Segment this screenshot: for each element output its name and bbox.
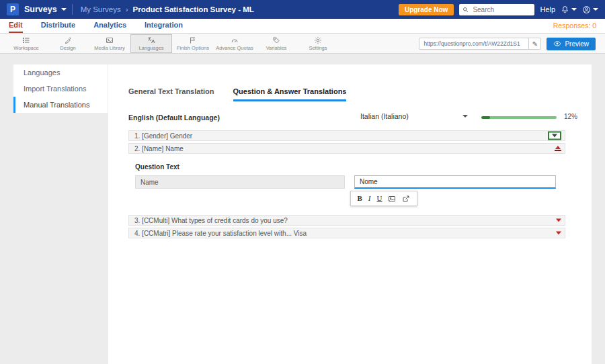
search-input[interactable]: [471, 5, 531, 14]
insert-image-button[interactable]: [388, 195, 396, 203]
insert-link-button[interactable]: [402, 195, 410, 203]
tool-label: Variables: [266, 45, 287, 51]
settings-gear-icon: [314, 36, 322, 44]
survey-url-box: ✎: [419, 38, 541, 50]
survey-link-group: ✎ Preview: [419, 38, 596, 50]
tool-label: Languages: [138, 45, 163, 51]
question-row-name[interactable]: 2. [Name] Name: [128, 143, 565, 154]
caret-up: [555, 146, 561, 149]
questionpro-logo: P: [7, 3, 19, 15]
pencil-icon: ✎: [532, 40, 538, 48]
expand-control[interactable]: [556, 219, 561, 222]
main-nav: Edit Distribute Analytics Integration Re…: [0, 19, 605, 34]
breadcrumb-my-surveys[interactable]: My Surveys: [81, 5, 121, 13]
expand-control[interactable]: [556, 232, 561, 235]
question-row-ccmatri[interactable]: 4. [CCMatri] Please rate your satisfacti…: [128, 228, 565, 238]
product-menu[interactable]: Surveys: [24, 5, 67, 14]
target-language-select[interactable]: Italian (Italiano): [360, 112, 468, 120]
tab-question-answer-translations[interactable]: Question & Answer Translations: [233, 87, 347, 101]
selection-highlight-box: [548, 132, 561, 140]
translation-tabs: General Text Translation Question & Answ…: [128, 87, 346, 101]
tool-design[interactable]: Design: [47, 34, 89, 53]
external-link-icon: [402, 195, 410, 203]
source-language-label: English (Default Language): [128, 113, 220, 122]
tool-media-library[interactable]: Media Library: [89, 34, 130, 53]
upgrade-now-button[interactable]: Upgrade Now: [399, 4, 454, 15]
tool-advance-quotas[interactable]: Advance Quotas: [214, 34, 255, 53]
tool-label: Settings: [309, 45, 327, 51]
nav-item-distribute[interactable]: Distribute: [41, 19, 75, 33]
edit-url-button[interactable]: ✎: [528, 38, 540, 49]
tab-general-text-translation[interactable]: General Text Translation: [128, 87, 214, 101]
account-menu[interactable]: [582, 5, 598, 14]
translations-sidebar: Languages Import Translations Manual Tra…: [13, 64, 108, 113]
chevron-down-icon: [556, 219, 561, 222]
nav-item-integration[interactable]: Integration: [145, 19, 183, 33]
question-row-gender[interactable]: 1. [Gender] Gender: [128, 130, 565, 141]
topbar-divider: [72, 4, 73, 15]
chevron-down-icon: [556, 232, 561, 235]
variables-tag-icon: [272, 36, 280, 44]
bold-button[interactable]: B: [358, 195, 362, 202]
tool-label: Media Library: [94, 45, 124, 51]
product-menu-label: Surveys: [24, 5, 57, 14]
chevron-up-icon: [555, 146, 561, 151]
help-link[interactable]: Help: [540, 5, 555, 13]
tool-variables[interactable]: Variables: [255, 34, 297, 53]
search-box[interactable]: [459, 4, 534, 15]
sidebar-item-import-translations[interactable]: Import Translations: [13, 81, 108, 97]
target-text-input[interactable]: [354, 175, 556, 189]
notifications-menu[interactable]: [561, 5, 577, 14]
tool-label: Workspace: [13, 45, 38, 51]
media-library-icon: [106, 36, 114, 44]
image-icon: [388, 195, 396, 203]
eye-icon: [553, 40, 561, 48]
tool-languages[interactable]: Languages: [130, 34, 172, 53]
target-language-value: Italian (Italiano): [360, 112, 409, 120]
question-row-label: 4. [CCMatri] Please rate your satisfacti…: [134, 230, 307, 237]
preview-button[interactable]: Preview: [547, 38, 596, 50]
survey-url-input[interactable]: [419, 40, 528, 47]
translation-progress-fill: [481, 116, 490, 119]
question-list: 1. [Gender] Gender 2. [Name] Name Q: [128, 130, 565, 240]
chevron-down-icon: [593, 8, 598, 11]
question-editor: Question Text B I U: [128, 163, 565, 213]
nav-item-analytics[interactable]: Analytics: [93, 19, 126, 33]
app-window: P Surveys My Surveys › Product Satisfact…: [0, 0, 605, 364]
expand-control[interactable]: [548, 132, 561, 140]
quota-gauge-icon: [231, 36, 239, 44]
design-brush-icon: [64, 36, 72, 44]
question-row-ccmulti[interactable]: 3. [CCMulti] What types of credit cards …: [128, 215, 565, 226]
sidebar-item-manual-translations[interactable]: Manual Translations: [13, 97, 108, 113]
underline-button[interactable]: U: [377, 195, 382, 202]
avatar-icon: [582, 5, 591, 14]
breadcrumb: My Surveys › Product Satisfaction Survey…: [81, 5, 254, 13]
translation-progress-percent: 12%: [564, 113, 577, 120]
question-row-label: 2. [Name] Name: [134, 145, 184, 152]
workspace-icon: [22, 36, 30, 44]
collapse-control[interactable]: [555, 146, 561, 151]
preview-label: Preview: [565, 40, 589, 48]
bell-icon: [561, 5, 569, 14]
italic-button[interactable]: I: [368, 195, 371, 202]
tool-label: Finish Options: [177, 45, 209, 51]
source-text-input: [135, 175, 345, 189]
chevron-down-icon: [552, 134, 557, 138]
survey-title: Product Satisfaction Survey - ML: [133, 5, 254, 13]
tool-settings[interactable]: Settings: [297, 34, 339, 53]
search-icon: [462, 7, 469, 13]
question-row-label: 3. [CCMulti] What types of credit cards …: [134, 217, 288, 224]
tool-workspace[interactable]: Workspace: [5, 34, 47, 53]
languages-translate-icon: [147, 36, 155, 44]
responses-count[interactable]: Responses: 0: [553, 21, 596, 33]
nav-item-edit[interactable]: Edit: [9, 19, 23, 33]
tool-finish-options[interactable]: Finish Options: [172, 34, 214, 53]
sidebar-item-languages[interactable]: Languages: [13, 64, 108, 81]
tool-label: Design: [60, 45, 75, 51]
edit-toolbar: Workspace Design Media Library Languages…: [0, 34, 605, 54]
breadcrumb-separator: ›: [126, 5, 128, 13]
chevron-down-icon: [61, 8, 67, 11]
caret-bar: [555, 150, 561, 151]
translation-progress-bar: [481, 116, 557, 119]
top-bar: P Surveys My Surveys › Product Satisfact…: [0, 0, 605, 19]
